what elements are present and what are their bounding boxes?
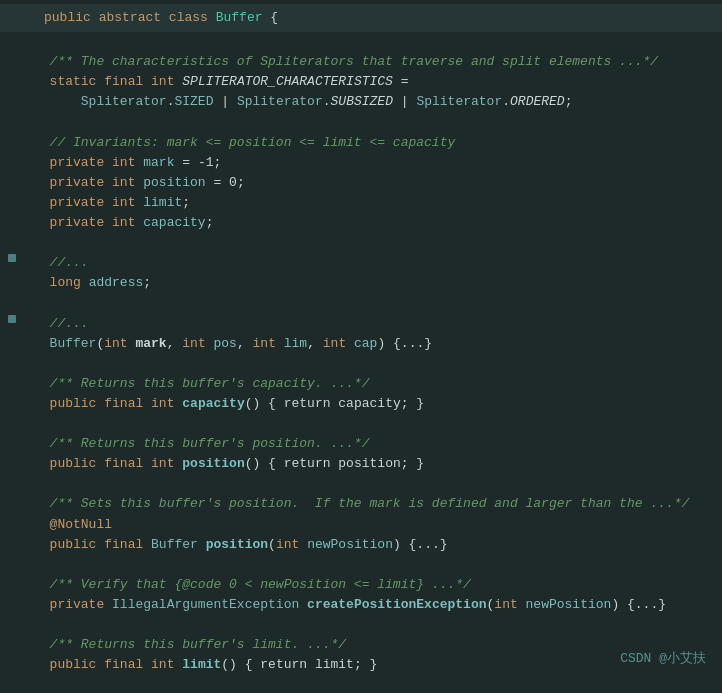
code-line: private IllegalArgumentException createP… — [0, 595, 722, 615]
code-line: // Invariants: mark <= position <= limit… — [0, 133, 722, 153]
code-line — [0, 233, 722, 253]
watermark-text: CSDN @小艾扶 — [620, 649, 706, 669]
code-text: Spliterator.SIZED | Spliterator.SUBSIZED… — [24, 92, 722, 112]
gutter — [0, 595, 24, 596]
code-line: Spliterator.SIZED | Spliterator.SUBSIZED… — [0, 92, 722, 112]
code-line: /** Returns this buffer's capacity. ...*… — [0, 374, 722, 394]
code-text: //... — [24, 253, 722, 273]
code-line: //... — [0, 253, 722, 273]
gutter — [0, 515, 24, 516]
gutter — [0, 374, 24, 375]
code-text: /** Verify that {@code 0 < newPosition <… — [24, 575, 722, 595]
gutter — [0, 655, 24, 656]
gutter-dot — [8, 315, 16, 323]
code-text: private IllegalArgumentException createP… — [24, 595, 722, 615]
code-line — [0, 294, 722, 314]
gutter — [0, 354, 24, 355]
code-text: /** The characteristics of Spliterators … — [24, 52, 722, 72]
code-line — [0, 32, 722, 52]
code-line: public final int capacity() { return cap… — [0, 394, 722, 414]
code-line: private int position = 0; — [0, 173, 722, 193]
code-text: private int position = 0; — [24, 173, 722, 193]
gutter — [0, 273, 24, 274]
code-text: public final int capacity() { return cap… — [24, 394, 722, 414]
code-line: @NotNull — [0, 515, 722, 535]
gutter — [0, 334, 24, 335]
gutter — [0, 173, 24, 174]
code-line — [0, 615, 722, 635]
gutter — [0, 454, 24, 455]
code-line: /** Sets this buffer's position. If the … — [0, 494, 722, 514]
code-text: Buffer(int mark, int pos, int lim, int c… — [24, 334, 722, 354]
code-line: /** Verify that {@code 0 < newPosition <… — [0, 575, 722, 595]
gutter — [0, 535, 24, 536]
gutter — [0, 113, 24, 114]
code-text: public final int position() { return pos… — [24, 454, 722, 474]
code-text: private int capacity; — [24, 213, 722, 233]
code-line: long address; — [0, 273, 722, 293]
code-text: /** Returns this buffer's capacity. ...*… — [24, 374, 722, 394]
code-line: //... — [0, 314, 722, 334]
code-line: Buffer(int mark, int pos, int lim, int c… — [0, 334, 722, 354]
code-line: public final int position() { return pos… — [0, 454, 722, 474]
gutter — [0, 414, 24, 415]
code-text: public abstract class Buffer { — [34, 8, 722, 28]
gutter — [0, 394, 24, 395]
code-line — [0, 113, 722, 133]
code-text: /** Returns this buffer's limit. ...*/ — [24, 635, 722, 655]
gutter — [0, 52, 24, 53]
gutter — [0, 153, 24, 154]
code-line: private int capacity; — [0, 213, 722, 233]
gutter — [0, 615, 24, 616]
code-line — [0, 354, 722, 374]
code-line: /** The characteristics of Spliterators … — [0, 52, 722, 72]
gutter — [0, 92, 24, 93]
gutter — [0, 193, 24, 194]
code-line — [0, 555, 722, 575]
code-text: private int limit; — [24, 193, 722, 213]
code-line: public final int limit() { return limit;… — [0, 655, 722, 675]
code-text: // Invariants: mark <= position <= limit… — [24, 133, 722, 153]
code-text: long address; — [24, 273, 722, 293]
gutter — [0, 434, 24, 435]
code-text: /** Returns this buffer's position. ...*… — [24, 434, 722, 454]
gutter — [0, 294, 24, 295]
code-text: //... — [24, 314, 722, 334]
code-text: public final int limit() { return limit;… — [24, 655, 722, 675]
code-text: static final int SPLITERATOR_CHARACTERIS… — [24, 72, 722, 92]
gutter — [0, 555, 24, 556]
gutter — [0, 32, 24, 33]
code-text: public final Buffer position(int newPosi… — [24, 535, 722, 555]
gutter — [0, 213, 24, 214]
code-text: @NotNull — [24, 515, 722, 535]
gutter — [0, 72, 24, 73]
code-line: public abstract class Buffer { — [0, 4, 722, 32]
code-text: /** Sets this buffer's position. If the … — [24, 494, 722, 514]
code-line: public final Buffer position(int newPosi… — [0, 535, 722, 555]
code-line: private int limit; — [0, 193, 722, 213]
code-line — [0, 414, 722, 434]
code-line: /** Returns this buffer's position. ...*… — [0, 434, 722, 454]
code-container: public abstract class Buffer { /** The c… — [0, 0, 722, 679]
gutter — [0, 253, 24, 262]
gutter — [10, 8, 34, 9]
gutter — [0, 314, 24, 323]
code-line: /** Returns this buffer's limit. ...*/ — [0, 635, 722, 655]
gutter — [0, 133, 24, 134]
gutter-dot — [8, 254, 16, 262]
code-text: private int mark = -1; — [24, 153, 722, 173]
code-line: static final int SPLITERATOR_CHARACTERIS… — [0, 72, 722, 92]
gutter — [0, 575, 24, 576]
code-line — [0, 474, 722, 494]
gutter — [0, 233, 24, 234]
code-line: private int mark = -1; — [0, 153, 722, 173]
gutter — [0, 494, 24, 495]
gutter — [0, 474, 24, 475]
gutter — [0, 635, 24, 636]
